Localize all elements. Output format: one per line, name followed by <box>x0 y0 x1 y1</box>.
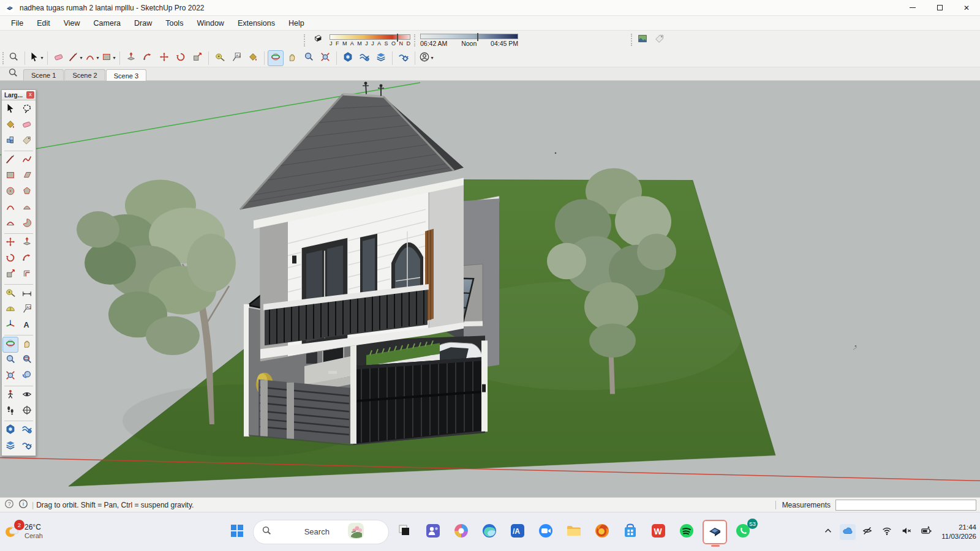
toolbar-grip[interactable] <box>631 34 633 46</box>
tape-measure-button[interactable] <box>212 50 228 66</box>
scene-tab-1[interactable]: Scene 1 <box>23 69 64 80</box>
protractor-tool[interactable] <box>2 302 18 318</box>
move-tool[interactable] <box>2 235 18 251</box>
sketchup-taskbar-button[interactable] <box>703 520 727 544</box>
pie-tool[interactable] <box>19 200 35 216</box>
section-plane-tool[interactable] <box>19 403 35 419</box>
battery-tray-button[interactable] <box>918 524 934 540</box>
onedrive-tray-button[interactable] <box>840 524 856 540</box>
copilot-taskbar-button[interactable] <box>449 520 473 544</box>
paint-bucket-button[interactable] <box>245 50 261 66</box>
tag-tool[interactable] <box>19 133 35 149</box>
orbit-tool[interactable] <box>2 337 18 353</box>
toolbar-grip[interactable] <box>2 52 5 64</box>
weather-widget[interactable]: 2 26°C Cerah <box>4 522 43 542</box>
measurements-input[interactable] <box>835 500 976 511</box>
date-slider-track[interactable] <box>330 34 410 40</box>
look-around-tool[interactable] <box>19 388 35 403</box>
tape-measure-tool[interactable] <box>2 286 18 302</box>
follow-me-tool[interactable] <box>19 251 35 267</box>
zoom-extents-tool[interactable] <box>2 369 18 384</box>
shadow-time-slider[interactable]: 06:42 AM Noon 04:45 PM <box>420 34 518 47</box>
dimension-tool[interactable] <box>19 286 35 302</box>
threed-text-tool[interactable]: A <box>19 318 35 334</box>
menu-item-file[interactable]: File <box>5 17 29 29</box>
info-circle-icon[interactable]: i <box>18 500 28 510</box>
lasso-tool[interactable] <box>19 102 35 118</box>
teams-taskbar-button[interactable] <box>421 520 445 544</box>
taskbar-search[interactable]: Search <box>253 520 389 544</box>
chevron-down-icon[interactable]: ▾ <box>96 55 99 61</box>
volume-mute-tray-button[interactable] <box>899 524 914 540</box>
scale-tool[interactable] <box>2 267 18 283</box>
minimize-button[interactable] <box>899 0 926 15</box>
palette-close-button[interactable]: x <box>26 91 34 99</box>
materials-button[interactable] <box>635 32 650 48</box>
chevron-down-icon[interactable]: ▾ <box>40 55 43 61</box>
three-point-arc-tool[interactable] <box>2 216 18 232</box>
toolbar-grip[interactable] <box>304 34 306 47</box>
maximize-button[interactable] <box>926 0 953 15</box>
pan-tool[interactable] <box>19 337 35 353</box>
toolbar-grip[interactable] <box>414 34 417 47</box>
filled-arc-tool[interactable] <box>19 216 35 232</box>
palette-title-bar[interactable]: Larg... x <box>2 90 36 100</box>
arc-tool[interactable] <box>2 200 18 216</box>
text-tool[interactable]: A1 <box>19 302 35 318</box>
close-button[interactable]: ✕ <box>953 0 980 15</box>
microsoft-store-taskbar-button[interactable] <box>618 520 643 544</box>
menu-item-window[interactable]: Window <box>190 17 230 29</box>
extension-layers-tool[interactable] <box>2 438 18 454</box>
search-button[interactable] <box>6 50 21 66</box>
tag-button[interactable] <box>652 32 668 48</box>
scale-button[interactable] <box>189 50 205 66</box>
squares-app-taskbar-button[interactable] <box>393 520 417 544</box>
time-slider-handle[interactable] <box>477 33 478 41</box>
zoom-tool[interactable] <box>2 353 18 369</box>
eye-slash-tray-button[interactable] <box>859 524 875 540</box>
chevron-up-tray-button[interactable] <box>820 524 836 540</box>
offset-tool[interactable] <box>19 267 35 283</box>
scene-tab-3[interactable]: Scene 3 <box>106 69 146 81</box>
walk-tool[interactable] <box>2 403 18 419</box>
previous-tool[interactable] <box>19 369 35 384</box>
select-tool[interactable] <box>2 102 18 118</box>
firefox-taskbar-button[interactable] <box>590 520 614 544</box>
time-slider-track[interactable] <box>420 34 518 39</box>
line-tool[interactable] <box>2 152 18 168</box>
rotate-tool[interactable] <box>2 251 18 267</box>
chevron-down-icon[interactable]: ▾ <box>113 55 115 61</box>
push-pull-button[interactable] <box>123 50 139 66</box>
zoom-button[interactable] <box>301 50 317 66</box>
extension-layers-button[interactable] <box>373 50 389 66</box>
position-camera-tool[interactable] <box>2 388 18 403</box>
zoom-window-tool[interactable] <box>19 353 35 369</box>
component-tool[interactable] <box>2 133 18 149</box>
text-button[interactable]: A1 <box>228 50 244 66</box>
arc-button[interactable]: ▾ <box>84 50 100 66</box>
question-circle-icon[interactable]: ? <box>4 500 14 510</box>
menu-item-extensions[interactable]: Extensions <box>232 17 281 29</box>
extension-gear-tool[interactable] <box>19 438 35 454</box>
menu-item-help[interactable]: Help <box>282 17 311 29</box>
rotate-button[interactable] <box>173 50 189 66</box>
start-button[interactable] <box>225 520 249 544</box>
extension-gear-button[interactable] <box>396 50 412 66</box>
pan-button[interactable] <box>284 50 300 66</box>
select-button[interactable]: ▾ <box>28 50 44 66</box>
extension-wave-button[interactable] <box>356 50 372 66</box>
whatsapp-taskbar-button[interactable]: 53 <box>731 520 755 544</box>
follow-me-button[interactable] <box>140 50 156 66</box>
shadow-date-slider[interactable]: JFMAMJJASOND <box>330 34 410 47</box>
line-button[interactable]: ▾ <box>67 50 83 66</box>
shadow-toggle-button[interactable] <box>310 32 326 48</box>
orbit-button[interactable] <box>268 50 284 66</box>
edge-taskbar-button[interactable] <box>477 520 502 544</box>
circle-tool[interactable] <box>2 184 18 200</box>
freehand-tool[interactable] <box>19 152 35 168</box>
viewport-canvas[interactable] <box>0 81 980 497</box>
rectangle-button[interactable]: ▾ <box>100 50 116 66</box>
account-button[interactable]: ▾ <box>418 50 434 66</box>
zoom-app-taskbar-button[interactable] <box>533 520 558 544</box>
zoom-extents-button[interactable] <box>317 50 333 66</box>
